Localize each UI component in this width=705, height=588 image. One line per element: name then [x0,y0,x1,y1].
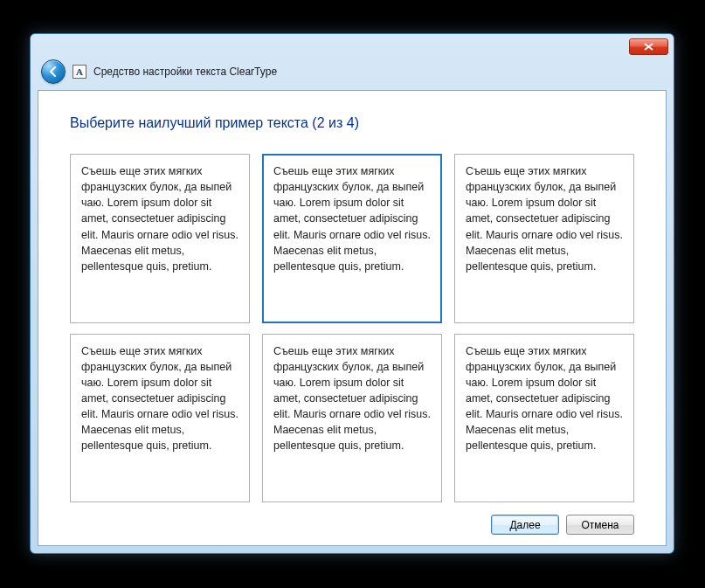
cleartype-wizard-window: A Средство настройки текста ClearType Вы… [30,33,674,554]
next-button[interactable]: Далее [491,515,559,535]
text-sample-4[interactable]: Съешь еще этих мягких французских булок,… [70,334,250,503]
text-sample-2[interactable]: Съешь еще этих мягких французских булок,… [262,154,442,323]
cleartype-app-icon: A [73,65,86,79]
page-heading: Выберите наилучший пример текста (2 из 4… [70,115,634,131]
header-bar: A Средство настройки текста ClearType [31,59,674,90]
text-sample-1[interactable]: Съешь еще этих мягких французских булок,… [70,154,250,323]
sample-grid: Съешь еще этих мягких французских булок,… [70,154,634,502]
titlebar [31,34,674,59]
back-button[interactable] [41,59,66,84]
client-area: Выберите наилучший пример текста (2 из 4… [38,90,667,546]
close-button[interactable] [629,38,668,55]
text-sample-3[interactable]: Съешь еще этих мягких французских булок,… [454,154,634,323]
button-row: Далее Отмена [70,502,634,535]
cancel-button[interactable]: Отмена [566,515,634,535]
text-sample-6[interactable]: Съешь еще этих мягких французских булок,… [454,334,634,503]
arrow-left-icon [47,66,59,78]
text-sample-5[interactable]: Съешь еще этих мягких французских булок,… [262,334,442,503]
window-title: Средство настройки текста ClearType [93,66,277,78]
close-icon [644,43,653,51]
